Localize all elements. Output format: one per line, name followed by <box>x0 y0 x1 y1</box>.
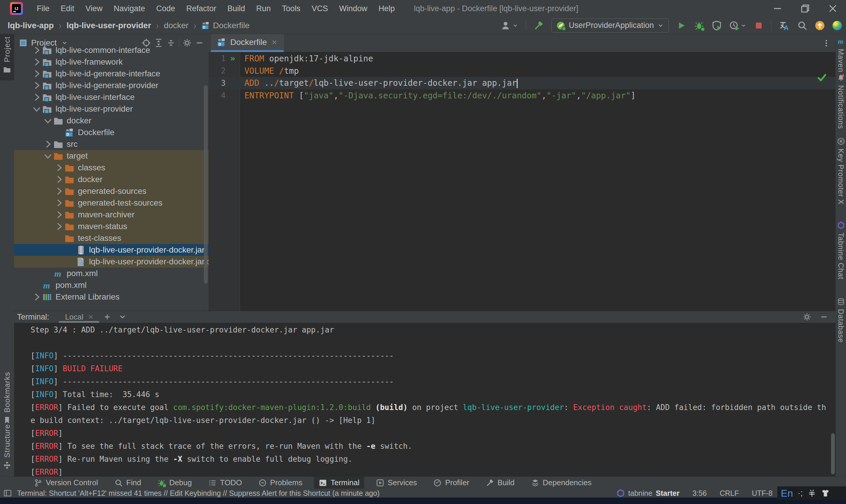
halfwidth-icon[interactable] <box>808 489 816 498</box>
editor-line[interactable]: 1»FROM openjdk:17-jdk-alpine <box>209 52 836 65</box>
status-message[interactable]: Terminal: Shortcut 'Alt+F12' missed 41 t… <box>17 489 379 498</box>
tree-chevron-icon[interactable] <box>53 176 65 183</box>
editor-line[interactable]: 4ENTRYPOINT ["java","-Djava.security.egd… <box>209 89 836 102</box>
stripe-tab-notifications[interactable]: Notifications <box>836 74 846 129</box>
tree-item[interactable]: ?lqb-live-user-provider-docker.jar.origi… <box>14 256 209 268</box>
editor-options-icon[interactable] <box>822 38 830 48</box>
stripe-tab-database[interactable]: Database <box>836 298 846 343</box>
stripe-tab-project[interactable]: Project <box>0 36 14 73</box>
terminal-dropdown-icon[interactable] <box>119 313 126 321</box>
tree-item[interactable]: lqb-live-user-provider <box>14 103 209 115</box>
expand-all-button[interactable] <box>154 38 163 47</box>
tree-item[interactable]: test-classes <box>14 232 209 244</box>
plugin-sphere-icon[interactable] <box>832 21 842 30</box>
close-icon[interactable] <box>88 314 94 320</box>
menu-run[interactable]: Run <box>251 4 276 13</box>
menu-navigate[interactable]: Navigate <box>108 4 151 13</box>
stripe-tab-maven[interactable]: mMaven <box>836 38 846 72</box>
stripe-tab-structure[interactable]: Structure <box>0 424 14 469</box>
tree-item[interactable]: lqb-live-common-interface <box>14 44 209 56</box>
hide-terminal-button[interactable] <box>820 313 828 321</box>
run-line-icon[interactable]: » <box>230 54 235 63</box>
tree-chevron-icon[interactable] <box>31 70 42 77</box>
project-scrollbar[interactable] <box>204 85 208 284</box>
tab-dockerfile[interactable]: D Dockerfile <box>211 34 284 52</box>
tree-item[interactable]: src <box>14 138 209 150</box>
line-separator[interactable]: CRLF <box>720 489 739 498</box>
menu-file[interactable]: File <box>31 4 55 13</box>
tool-window-button-version-control[interactable]: Version Control <box>29 477 103 489</box>
new-terminal-button[interactable] <box>103 313 111 321</box>
tree-item[interactable]: classes <box>14 162 209 174</box>
tree-chevron-icon[interactable] <box>53 187 65 195</box>
stripe-tab-tabnine-chat[interactable]: Tabnine Chat <box>836 221 846 279</box>
tree-item[interactable]: docker <box>14 174 209 185</box>
profiler-button[interactable] <box>730 21 746 31</box>
debug-button[interactable] <box>694 21 704 31</box>
breadcrumb-item[interactable]: docker <box>164 21 188 30</box>
tree-item[interactable]: target <box>14 150 209 162</box>
menu-help[interactable]: Help <box>373 4 400 13</box>
tree-item[interactable]: mpom.xml <box>14 268 209 279</box>
tree-item[interactable]: mpom.xml <box>14 279 209 291</box>
tree-chevron-icon[interactable] <box>42 152 53 160</box>
breadcrumb-item[interactable]: lqb-live-user-provider <box>66 21 151 30</box>
menu-window[interactable]: Window <box>334 4 373 13</box>
terminal-scrollbar[interactable] <box>831 433 835 474</box>
upgrade-icon[interactable] <box>815 21 825 31</box>
menu-code[interactable]: Code <box>151 4 181 13</box>
file-encoding[interactable]: UTF-8 <box>752 489 773 498</box>
tool-window-button-debug[interactable]: Debug <box>153 477 197 489</box>
ime-panel[interactable]: En ·; <box>777 486 846 500</box>
tool-window-button-services[interactable]: Services <box>371 477 422 489</box>
close-button[interactable] <box>827 3 839 14</box>
terminal-tab-local[interactable]: Local <box>62 311 97 323</box>
tree-item[interactable]: lqb-live-framework <box>14 56 209 68</box>
tree-item[interactable]: External Libraries <box>14 291 209 303</box>
stripe-tab-key-promoter-x[interactable]: Key Promoter X <box>836 138 846 204</box>
menu-view[interactable]: View <box>80 4 108 13</box>
run-with-coverage-button[interactable] <box>712 21 722 31</box>
tree-chevron-icon[interactable] <box>31 47 42 54</box>
search-everywhere-button[interactable] <box>797 21 807 31</box>
stripe-tab-bookmarks[interactable]: Bookmarks <box>0 372 14 424</box>
tree-chevron-icon[interactable] <box>53 223 65 230</box>
minimize-button[interactable] <box>772 3 783 14</box>
tree-item[interactable]: docker <box>14 115 209 127</box>
collapse-all-button[interactable] <box>166 38 175 47</box>
terminal-settings-icon[interactable] <box>803 313 811 321</box>
menu-refactor[interactable]: Refactor <box>181 4 222 13</box>
run-button[interactable] <box>677 21 686 31</box>
tree-item[interactable]: maven-status <box>14 220 209 232</box>
breadcrumb-item[interactable]: lqb-live-app <box>7 21 54 30</box>
editor-line[interactable]: 3ADD ../target/lqb-live-user-provider-do… <box>209 77 836 89</box>
tree-item[interactable]: generated-test-sources <box>14 197 209 209</box>
inspections-ok-icon[interactable] <box>816 72 828 83</box>
menu-edit[interactable]: Edit <box>55 4 80 13</box>
ime-punctuation-icon[interactable]: ·; <box>798 488 803 498</box>
editor-line[interactable]: 2VOLUME /tmp <box>209 65 836 77</box>
build-project-button[interactable] <box>534 21 544 31</box>
tool-window-button-terminal[interactable]: Terminal <box>314 477 364 489</box>
menu-build[interactable]: Build <box>222 4 251 13</box>
tree-chevron-icon[interactable] <box>53 211 65 218</box>
tool-window-button-build[interactable]: Build <box>481 477 519 489</box>
skin-icon[interactable] <box>821 489 830 498</box>
menu-tools[interactable]: Tools <box>276 4 306 13</box>
tool-window-button-find[interactable]: Find <box>110 477 146 489</box>
tree-item[interactable]: DDockerfile <box>14 127 209 138</box>
tool-window-button-dependencies[interactable]: Dependencies <box>526 477 596 489</box>
tree-chevron-icon[interactable] <box>53 199 65 207</box>
tool-window-button-problems[interactable]: Problems <box>254 477 307 489</box>
tabnine-status[interactable]: tabnine Starter <box>616 489 680 498</box>
stop-button[interactable] <box>754 21 763 30</box>
tree-item[interactable]: maven-archiver <box>14 209 209 220</box>
tree-chevron-icon[interactable] <box>53 164 65 172</box>
caret-position[interactable]: 3:56 <box>692 489 707 498</box>
tree-chevron-icon[interactable] <box>31 105 42 113</box>
gear-icon[interactable] <box>183 38 192 47</box>
tree-chevron-icon[interactable] <box>42 117 53 125</box>
ime-language[interactable]: En <box>781 488 793 499</box>
run-configuration-select[interactable]: UserProviderApplication <box>551 18 669 33</box>
chevron-down-icon[interactable] <box>61 40 68 46</box>
